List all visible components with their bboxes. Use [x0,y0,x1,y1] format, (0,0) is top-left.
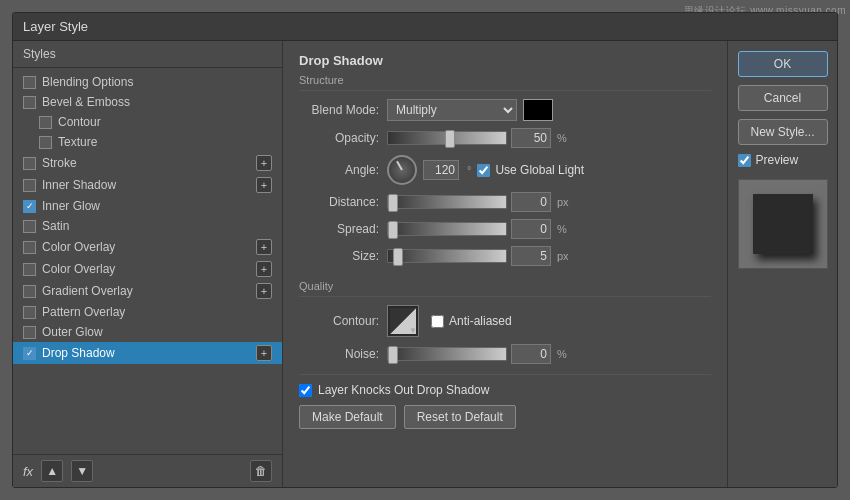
knockout-label: Layer Knocks Out Drop Shadow [318,383,489,397]
plus-btn-color-overlay-2[interactable]: + [256,261,272,277]
item-label-inner-shadow: Inner Shadow [42,178,116,192]
left-footer: fx ▲ ▼ 🗑 [13,454,282,487]
angle-dial[interactable] [387,155,417,185]
delete-style-button[interactable]: 🗑 [250,460,272,482]
checkbox-satin[interactable] [23,220,36,233]
quality-section: Quality Contour: ▼ Anti-aliased [299,280,711,364]
global-light-checkbox[interactable] [477,164,490,177]
checkbox-pattern-overlay[interactable] [23,306,36,319]
size-label: Size: [299,249,379,263]
global-light-label: Use Global Light [495,163,584,177]
checkbox-texture[interactable] [39,136,52,149]
cancel-button[interactable]: Cancel [738,85,828,111]
distance-slider-container: px [387,192,569,212]
size-row: Size: px [299,246,711,266]
layer-list-item-blending-options[interactable]: Blending Options [13,72,282,92]
layer-list-item-drop-shadow[interactable]: Drop Shadow+ [13,342,282,364]
anti-aliased-checkbox[interactable] [431,315,444,328]
action-buttons: Make Default Reset to Default [299,405,711,429]
contour-row: Contour: ▼ Anti-aliased [299,305,711,337]
spread-slider[interactable] [387,222,507,236]
spread-input[interactable] [511,219,551,239]
preview-canvas [738,179,828,269]
layer-list-item-color-overlay-2[interactable]: Color Overlay+ [13,258,282,280]
layer-list-item-inner-shadow[interactable]: Inner Shadow+ [13,174,282,196]
layer-list-item-satin[interactable]: Satin [13,216,282,236]
angle-input[interactable] [423,160,459,180]
item-label-drop-shadow: Drop Shadow [42,346,115,360]
layer-list-item-inner-glow[interactable]: Inner Glow [13,196,282,216]
opacity-label: Opacity: [299,131,379,145]
plus-btn-drop-shadow[interactable]: + [256,345,272,361]
size-input[interactable] [511,246,551,266]
preview-checkbox[interactable] [738,154,751,167]
contour-label: Contour: [299,314,379,328]
item-label-satin: Satin [42,219,69,233]
blend-mode-select[interactable]: MultiplyNormalScreenOverlayDarkenLighten [387,99,517,121]
plus-btn-gradient-overlay[interactable]: + [256,283,272,299]
plus-btn-inner-shadow[interactable]: + [256,177,272,193]
checkbox-inner-glow[interactable] [23,200,36,213]
left-panel: Styles Blending OptionsBevel & EmbossCon… [13,41,283,487]
plus-btn-stroke[interactable]: + [256,155,272,171]
fx-label: fx [23,464,33,479]
size-slider-container: px [387,246,569,266]
anti-aliased-label[interactable]: Anti-aliased [431,314,512,328]
plus-btn-color-overlay-1[interactable]: + [256,239,272,255]
checkbox-drop-shadow[interactable] [23,347,36,360]
distance-row: Distance: px [299,192,711,212]
checkbox-color-overlay-2[interactable] [23,263,36,276]
opacity-row: Opacity: 50 % [299,128,711,148]
reset-default-button[interactable]: Reset to Default [404,405,516,429]
layer-list-item-outer-glow[interactable]: Outer Glow [13,322,282,342]
spread-label: Spread: [299,222,379,236]
opacity-slider-container: 50 % [387,128,567,148]
spread-row: Spread: % [299,219,711,239]
bottom-options: Layer Knocks Out Drop Shadow Make Defaul… [299,374,711,429]
layer-list-item-contour[interactable]: Contour [13,112,282,132]
blend-mode-label: Blend Mode: [299,103,379,117]
layer-list-item-stroke[interactable]: Stroke+ [13,152,282,174]
contour-preview[interactable]: ▼ [387,305,419,337]
distance-unit: px [557,196,569,208]
distance-input[interactable] [511,192,551,212]
layer-list-item-texture[interactable]: Texture [13,132,282,152]
up-arrow-button[interactable]: ▲ [41,460,63,482]
ok-button[interactable]: OK [738,51,828,77]
middle-panel: Drop Shadow Structure Blend Mode: Multip… [283,41,727,487]
global-light-checkbox-label[interactable]: Use Global Light [477,163,584,177]
checkbox-stroke[interactable] [23,157,36,170]
color-swatch[interactable] [523,99,553,121]
size-slider[interactable] [387,249,507,263]
distance-slider[interactable] [387,195,507,209]
noise-unit: % [557,348,567,360]
make-default-button[interactable]: Make Default [299,405,396,429]
item-label-bevel-emboss: Bevel & Emboss [42,95,130,109]
layer-list-item-gradient-overlay[interactable]: Gradient Overlay+ [13,280,282,302]
checkbox-outer-glow[interactable] [23,326,36,339]
angle-unit: ° [467,164,471,176]
item-label-blending-options: Blending Options [42,75,133,89]
checkbox-blending-options[interactable] [23,76,36,89]
preview-inner [753,194,813,254]
checkbox-inner-shadow[interactable] [23,179,36,192]
checkbox-contour[interactable] [39,116,52,129]
layer-list-item-color-overlay-1[interactable]: Color Overlay+ [13,236,282,258]
styles-header: Styles [13,41,282,68]
item-label-outer-glow: Outer Glow [42,325,103,339]
checkbox-color-overlay-1[interactable] [23,241,36,254]
opacity-input[interactable]: 50 [511,128,551,148]
checkbox-gradient-overlay[interactable] [23,285,36,298]
noise-slider[interactable] [387,347,507,361]
knockout-checkbox[interactable] [299,384,312,397]
anti-aliased-text: Anti-aliased [449,314,512,328]
noise-input[interactable] [511,344,551,364]
preview-checkbox-label[interactable]: Preview [738,153,828,167]
opacity-slider[interactable] [387,131,507,145]
new-style-button[interactable]: New Style... [738,119,828,145]
down-arrow-button[interactable]: ▼ [71,460,93,482]
item-label-inner-glow: Inner Glow [42,199,100,213]
checkbox-bevel-emboss[interactable] [23,96,36,109]
layer-list-item-pattern-overlay[interactable]: Pattern Overlay [13,302,282,322]
layer-list-item-bevel-emboss[interactable]: Bevel & Emboss [13,92,282,112]
